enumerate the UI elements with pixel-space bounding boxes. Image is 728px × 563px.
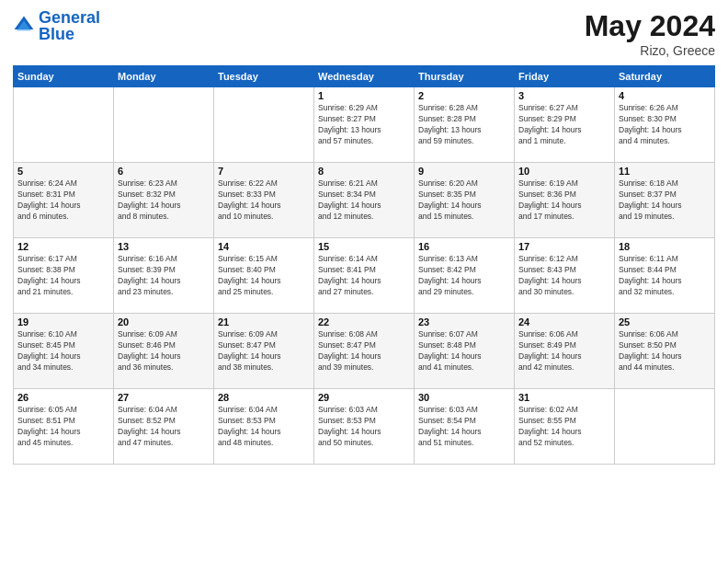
calendar-cell: 30Sunrise: 6:03 AM Sunset: 8:54 PM Dayli… (415, 389, 515, 465)
day-number: 7 (218, 166, 310, 177)
calendar-cell: 24Sunrise: 6:06 AM Sunset: 8:49 PM Dayli… (515, 314, 615, 389)
logo-general: General (39, 8, 100, 27)
day-info: Sunrise: 6:19 AM Sunset: 8:36 PM Dayligh… (518, 178, 610, 223)
day-number: 12 (17, 241, 109, 252)
calendar-week-row: 19Sunrise: 6:10 AM Sunset: 8:45 PM Dayli… (14, 314, 715, 389)
calendar-cell: 4Sunrise: 6:26 AM Sunset: 8:30 PM Daylig… (615, 87, 715, 163)
day-info: Sunrise: 6:14 AM Sunset: 8:41 PM Dayligh… (318, 254, 410, 298)
day-number: 18 (619, 241, 711, 252)
calendar-cell: 16Sunrise: 6:13 AM Sunset: 8:42 PM Dayli… (415, 238, 515, 314)
day-info: Sunrise: 6:04 AM Sunset: 8:52 PM Dayligh… (118, 405, 210, 449)
calendar-cell: 7Sunrise: 6:22 AM Sunset: 8:33 PM Daylig… (214, 163, 314, 238)
day-number: 22 (318, 316, 410, 327)
day-info: Sunrise: 6:24 AM Sunset: 8:31 PM Dayligh… (17, 178, 109, 223)
calendar-cell: 29Sunrise: 6:03 AM Sunset: 8:53 PM Dayli… (314, 389, 415, 465)
logo-text: General Blue (39, 9, 100, 42)
column-header-thursday: Thursday (415, 66, 515, 87)
day-number: 10 (518, 166, 610, 177)
day-info: Sunrise: 6:17 AM Sunset: 8:38 PM Dayligh… (17, 254, 109, 298)
calendar-cell: 21Sunrise: 6:09 AM Sunset: 8:47 PM Dayli… (214, 314, 314, 389)
calendar-cell: 17Sunrise: 6:12 AM Sunset: 8:43 PM Dayli… (515, 238, 615, 314)
logo: General Blue (13, 9, 100, 42)
calendar-header-row: SundayMondayTuesdayWednesdayThursdayFrid… (14, 66, 715, 87)
day-number: 30 (418, 392, 510, 403)
calendar-cell: 31Sunrise: 6:02 AM Sunset: 8:55 PM Dayli… (515, 389, 615, 465)
day-number: 21 (218, 316, 310, 327)
day-info: Sunrise: 6:09 AM Sunset: 8:46 PM Dayligh… (118, 329, 210, 373)
day-info: Sunrise: 6:05 AM Sunset: 8:51 PM Dayligh… (17, 405, 109, 449)
day-info: Sunrise: 6:06 AM Sunset: 8:49 PM Dayligh… (518, 329, 610, 373)
day-number: 13 (118, 241, 210, 252)
calendar-cell: 11Sunrise: 6:18 AM Sunset: 8:37 PM Dayli… (615, 163, 715, 238)
day-number: 26 (17, 392, 109, 403)
calendar-cell: 20Sunrise: 6:09 AM Sunset: 8:46 PM Dayli… (114, 314, 214, 389)
calendar-cell: 9Sunrise: 6:20 AM Sunset: 8:35 PM Daylig… (415, 163, 515, 238)
day-number: 3 (518, 90, 610, 101)
day-number: 15 (318, 241, 410, 252)
calendar-cell: 18Sunrise: 6:11 AM Sunset: 8:44 PM Dayli… (615, 238, 715, 314)
day-info: Sunrise: 6:10 AM Sunset: 8:45 PM Dayligh… (17, 329, 109, 373)
day-number: 28 (218, 392, 310, 403)
day-info: Sunrise: 6:03 AM Sunset: 8:53 PM Dayligh… (318, 405, 410, 449)
day-number: 1 (318, 90, 410, 101)
calendar-cell (14, 87, 114, 163)
location: Rizo, Greece (585, 43, 715, 58)
day-number: 27 (118, 392, 210, 403)
day-info: Sunrise: 6:12 AM Sunset: 8:43 PM Dayligh… (518, 254, 610, 298)
column-header-friday: Friday (515, 66, 615, 87)
day-info: Sunrise: 6:11 AM Sunset: 8:44 PM Dayligh… (619, 254, 711, 298)
calendar-cell: 3Sunrise: 6:27 AM Sunset: 8:29 PM Daylig… (515, 87, 615, 163)
calendar-week-row: 5Sunrise: 6:24 AM Sunset: 8:31 PM Daylig… (14, 163, 715, 238)
column-header-monday: Monday (114, 66, 214, 87)
calendar-cell: 1Sunrise: 6:29 AM Sunset: 8:27 PM Daylig… (314, 87, 415, 163)
day-info: Sunrise: 6:20 AM Sunset: 8:35 PM Dayligh… (418, 178, 510, 223)
day-info: Sunrise: 6:27 AM Sunset: 8:29 PM Dayligh… (518, 103, 610, 147)
day-info: Sunrise: 6:04 AM Sunset: 8:53 PM Dayligh… (218, 405, 310, 449)
day-number: 2 (418, 90, 510, 101)
day-number: 17 (518, 241, 610, 252)
day-number: 25 (619, 316, 711, 327)
title-block: May 2024 Rizo, Greece (585, 9, 715, 58)
page: General Blue May 2024 Rizo, Greece Sunda… (0, 0, 728, 563)
day-info: Sunrise: 6:16 AM Sunset: 8:39 PM Dayligh… (118, 254, 210, 298)
day-info: Sunrise: 6:29 AM Sunset: 8:27 PM Dayligh… (318, 103, 410, 147)
calendar-cell (214, 87, 314, 163)
day-info: Sunrise: 6:09 AM Sunset: 8:47 PM Dayligh… (218, 329, 310, 373)
calendar-cell: 25Sunrise: 6:06 AM Sunset: 8:50 PM Dayli… (615, 314, 715, 389)
column-header-tuesday: Tuesday (214, 66, 314, 87)
logo-icon (13, 15, 35, 37)
day-number: 24 (518, 316, 610, 327)
calendar-week-row: 12Sunrise: 6:17 AM Sunset: 8:38 PM Dayli… (14, 238, 715, 314)
calendar-cell: 5Sunrise: 6:24 AM Sunset: 8:31 PM Daylig… (14, 163, 114, 238)
day-number: 19 (17, 316, 109, 327)
day-number: 11 (619, 166, 711, 177)
calendar-cell (114, 87, 214, 163)
day-info: Sunrise: 6:23 AM Sunset: 8:32 PM Dayligh… (118, 178, 210, 223)
logo-blue: Blue (39, 25, 74, 43)
day-number: 14 (218, 241, 310, 252)
column-header-wednesday: Wednesday (314, 66, 415, 87)
day-info: Sunrise: 6:26 AM Sunset: 8:30 PM Dayligh… (619, 103, 711, 147)
day-info: Sunrise: 6:08 AM Sunset: 8:47 PM Dayligh… (318, 329, 410, 373)
calendar-cell: 13Sunrise: 6:16 AM Sunset: 8:39 PM Dayli… (114, 238, 214, 314)
day-info: Sunrise: 6:18 AM Sunset: 8:37 PM Dayligh… (619, 178, 711, 223)
calendar-cell: 12Sunrise: 6:17 AM Sunset: 8:38 PM Dayli… (14, 238, 114, 314)
calendar-table: SundayMondayTuesdayWednesdayThursdayFrid… (13, 65, 715, 465)
column-header-sunday: Sunday (14, 66, 114, 87)
day-info: Sunrise: 6:22 AM Sunset: 8:33 PM Dayligh… (218, 178, 310, 223)
day-number: 4 (619, 90, 711, 101)
calendar-cell: 19Sunrise: 6:10 AM Sunset: 8:45 PM Dayli… (14, 314, 114, 389)
day-number: 29 (318, 392, 410, 403)
calendar-cell: 26Sunrise: 6:05 AM Sunset: 8:51 PM Dayli… (14, 389, 114, 465)
day-info: Sunrise: 6:21 AM Sunset: 8:34 PM Dayligh… (318, 178, 410, 223)
day-info: Sunrise: 6:02 AM Sunset: 8:55 PM Dayligh… (518, 405, 610, 449)
calendar-cell: 6Sunrise: 6:23 AM Sunset: 8:32 PM Daylig… (114, 163, 214, 238)
day-number: 16 (418, 241, 510, 252)
calendar-cell: 23Sunrise: 6:07 AM Sunset: 8:48 PM Dayli… (415, 314, 515, 389)
column-header-saturday: Saturday (615, 66, 715, 87)
calendar-cell: 15Sunrise: 6:14 AM Sunset: 8:41 PM Dayli… (314, 238, 415, 314)
calendar-cell: 22Sunrise: 6:08 AM Sunset: 8:47 PM Dayli… (314, 314, 415, 389)
day-number: 6 (118, 166, 210, 177)
day-number: 8 (318, 166, 410, 177)
day-number: 31 (518, 392, 610, 403)
